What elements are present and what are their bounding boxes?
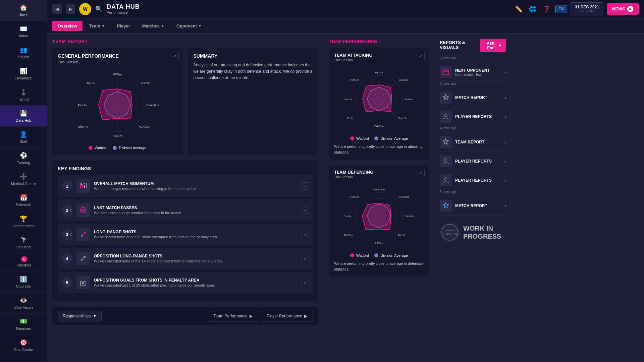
sidebar-item-training[interactable]: ⚽ Training — [0, 148, 47, 169]
match-report-1-arrow: › — [504, 95, 506, 100]
sidebar-item-label: Scouting — [16, 245, 31, 249]
sidebar-item-tactics[interactable]: ♟️ Tactics — [0, 84, 47, 106]
sidebar-item-schedule[interactable]: 📅 Schedule — [0, 190, 47, 211]
club-vision-icon: 👁️ — [20, 297, 27, 304]
general-perf-radar-svg: Gl/Gm xG/Gm Conc/Gm xGA/Gm Sh/Gm Shot % … — [74, 68, 161, 142]
svg-point-29 — [82, 209, 84, 211]
inbox-icon: ✉️ — [20, 25, 27, 33]
report-item-player-reports-3[interactable]: PLAYER REPORTS › — [440, 171, 506, 190]
svg-text:Gl/Gm: Gl/Gm — [113, 73, 122, 76]
attacking-division-legend: Division Average — [374, 136, 408, 140]
sidebar-item-squad[interactable]: 👥 Squad — [0, 42, 47, 63]
finding-expand-4[interactable]: ⤢ — [302, 255, 309, 262]
news-button[interactable]: NEWS ▶ — [607, 3, 639, 15]
time-ago-4: 5 days ago — [440, 190, 506, 194]
tab-opponent[interactable]: Opponent ▼ — [171, 21, 207, 31]
finding-item-4[interactable]: 4 OPPOSITION LONG-RANGE SHOTS We've conc… — [58, 248, 313, 269]
svg-text:Sh/Gm: Sh/Gm — [113, 134, 122, 138]
responsibilities-button[interactable]: Responsibilities ▼ — [58, 311, 102, 321]
team-report-title: TEAM REPORT — [455, 140, 501, 144]
finding-title-2: LAST MATCH PASSES — [94, 205, 298, 210]
tab-player[interactable]: Player — [112, 21, 136, 31]
report-item-player-reports-1[interactable]: PLAYER REPORTS › — [440, 107, 506, 126]
sidebar-item-finances[interactable]: 💵 Finances — [0, 314, 47, 335]
edit-icon-button[interactable]: ✏️ — [513, 4, 524, 14]
report-item-team-report[interactable]: TEAM REPORT › — [440, 133, 506, 152]
transfers-badge: 6 — [21, 256, 27, 262]
report-item-match-report-2[interactable]: MATCH REPORT › — [440, 196, 506, 216]
sidebar-item-data-hub[interactable]: 💾 Data Hub — [0, 106, 47, 127]
svg-text:Tck %: Tck % — [398, 234, 405, 237]
sidebar-item-home[interactable]: 🏠 Home — [0, 0, 47, 21]
svg-point-26 — [80, 183, 82, 185]
player-performance-button[interactable]: Player Performance ▶ — [261, 311, 313, 321]
player-reports-2-title: PLAYER REPORTS — [455, 159, 501, 164]
sidebar-item-inbox[interactable]: ✉️ Inbox — [0, 21, 47, 42]
sidebar-item-label: Club Vision — [14, 305, 33, 309]
time-text: Fri 11:00 — [575, 9, 599, 13]
help-icon-button[interactable]: ❓ — [541, 4, 552, 14]
sidebar-item-scouting[interactable]: 🔭 Scouting — [0, 232, 47, 253]
defending-subtitle: This Season — [334, 175, 424, 179]
sidebar-item-label: Dynamics — [15, 76, 32, 80]
finding-expand-3[interactable]: ⤢ — [302, 231, 309, 238]
sidebar-item-transfers[interactable]: 💰 6 Transfers — [0, 253, 47, 272]
next-opponent-icon — [442, 68, 450, 76]
finding-item-2[interactable]: 2 LAST MATCH PASSES We completed a large… — [58, 199, 313, 221]
finding-item-1[interactable]: 1 OVERALL MATCH MOMENTUM We — [58, 175, 313, 197]
svg-text:Conc/Gm: Conc/Gm — [373, 188, 385, 191]
back-button[interactable]: ◀ — [52, 4, 62, 14]
competitions-icon: 🏆 — [20, 215, 27, 223]
finding-item-5[interactable]: 5 OPPOSITION GOALS FROM SHOTS IN PENALTY… — [58, 272, 313, 293]
expand-attacking[interactable]: ⤢ — [417, 52, 425, 60]
match-report-2-avatar — [440, 200, 452, 212]
tab-team[interactable]: Team ▼ — [84, 21, 110, 31]
finding-expand-1[interactable]: ⤢ — [302, 182, 309, 190]
expand-general-perf[interactable]: ⤢ — [171, 52, 179, 60]
sidebar-item-club-vision[interactable]: 👁️ Club Vision — [0, 293, 47, 314]
player-performance-arrow: ▶ — [304, 314, 307, 318]
club-info-icon: ℹ️ — [20, 276, 27, 283]
svg-line-34 — [83, 234, 84, 235]
tab-overview[interactable]: Overview — [52, 21, 83, 31]
team-report-avatar — [440, 136, 452, 148]
globe-icon-button[interactable]: 🌐 — [527, 4, 538, 14]
sidebar-item-club-info[interactable]: ℹ️ Club Info — [0, 272, 47, 293]
team-performance-button[interactable]: Team Performance ▶ — [208, 311, 258, 321]
finding-desc-3: We've scored none of our 21 shots attemp… — [94, 235, 298, 239]
finding-expand-5[interactable]: ⤢ — [302, 279, 309, 286]
hub-title: DATA HUB Performance — [107, 3, 140, 14]
wip-logo: SPORTS INTERACTIVE — [440, 222, 460, 242]
svg-text:Tkl A/Gm: Tkl A/Gm — [404, 215, 415, 218]
next-opponent-title: NEXT OPPONENT — [455, 68, 501, 73]
medical-icon: ➕ — [20, 173, 27, 180]
finding-item-3[interactable]: 3 LONG-RANGE SHOTS We've scored none of … — [58, 224, 313, 245]
finding-desc-2: We completed a large number of passes in… — [94, 211, 298, 215]
search-icon[interactable]: 🔍 — [95, 5, 103, 13]
expand-defending[interactable]: ⤢ — [417, 169, 425, 177]
team-performance-link[interactable]: TEAM PERFORMANCE › — [329, 39, 429, 44]
finding-expand-2[interactable]: ⤢ — [302, 206, 309, 214]
defending-division-legend: Division Average — [374, 253, 408, 257]
sidebar-item-dynamics[interactable]: 📊 Dynamics — [0, 63, 47, 84]
svg-text:Fld/Gm: Fld/Gm — [350, 78, 359, 81]
forward-button[interactable]: ▶ — [66, 4, 75, 14]
report-item-next-opponent[interactable]: NEXT OPPONENT Northampton Town › — [440, 63, 506, 82]
svg-rect-85 — [444, 69, 445, 71]
ask-for-button[interactable]: Ask For ▼ — [480, 39, 506, 52]
report-item-player-reports-2[interactable]: PLAYER REPORTS › — [440, 152, 506, 171]
sidebar-item-medical[interactable]: ➕ Medical Centre — [0, 169, 47, 190]
finding-title-4: OPPOSITION LONG-RANGE SHOTS — [94, 254, 298, 258]
wip-container: SPORTS INTERACTIVE WORK INPROGRESS — [440, 222, 506, 242]
report-item-match-report-1[interactable]: MATCH REPORT › — [440, 88, 506, 107]
sidebar: 🏠 Home ✉️ Inbox 👥 Squad 📊 Dynamics ♟️ Ta… — [0, 0, 47, 362]
sidebar-item-dev-centre[interactable]: 🎯 Dev. Centre — [0, 335, 47, 356]
sidebar-item-label: Dev. Centre — [14, 348, 33, 352]
bottom-nav-buttons: Team Performance ▶ Player Performance ▶ — [208, 311, 313, 321]
sidebar-item-competitions[interactable]: 🏆 Competitions — [0, 211, 47, 232]
svg-text:Drb/Gm: Drb/Gm — [374, 125, 384, 128]
tab-matches[interactable]: Matches ▼ — [137, 21, 170, 31]
player-reports-3-arrow: › — [504, 178, 506, 183]
attacking-title: TEAM ATTACKING — [334, 53, 424, 58]
sidebar-item-staff[interactable]: 👤 Staff — [0, 127, 47, 148]
